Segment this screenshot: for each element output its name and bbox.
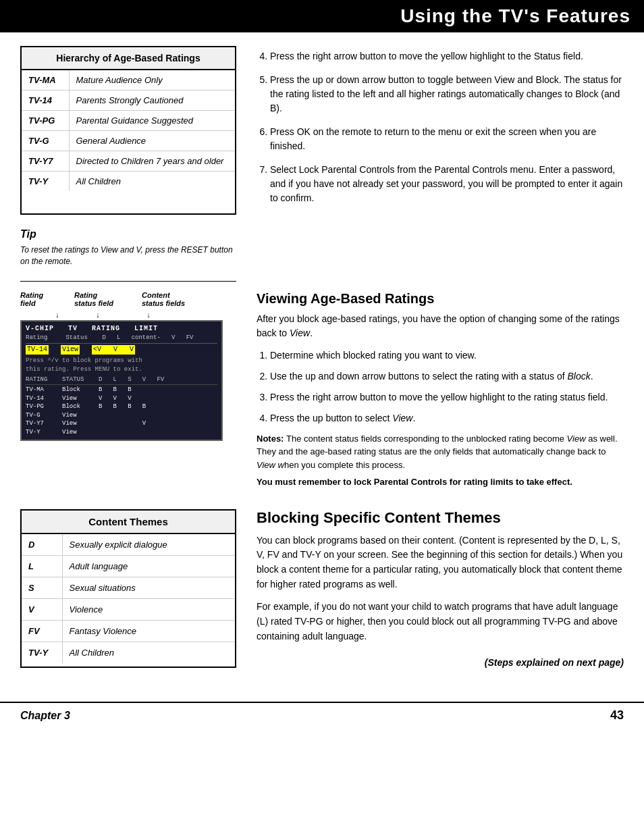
tip-text: To reset the ratings to View and V, pres… (20, 244, 236, 267)
content-table-container: Content Themes DSexually explicit dialog… (20, 509, 236, 669)
top-step-item: Select Lock Parental Controls from the P… (270, 163, 624, 205)
screen-data-tvma: TV-MA Block B B B (26, 386, 217, 394)
notes-content: The content status fields corresponding … (257, 434, 618, 470)
screen-data-tvy7: TV-Y7 View V (26, 419, 217, 428)
screen-data-header: RATING STATUS D L S V FV (26, 375, 217, 385)
ratings-table-row: TV-Y7Directed to Children 7 years and ol… (22, 151, 235, 172)
page-header: Using the TV's Features (0, 0, 644, 32)
content-table: DSexually explicit dialogueLAdult langua… (22, 534, 235, 663)
rating-description: Directed to Children 7 years and older (69, 151, 235, 172)
diagram-label-content-field: Contentstatus fields (142, 291, 236, 307)
top-step-item: Press the up or down arrow button to tog… (270, 73, 624, 115)
viewing-section: Viewing Age-Based Ratings After you bloc… (257, 291, 624, 489)
viewing-intro: After you block age-based ratings, you h… (257, 312, 624, 340)
viewing-step-item: Use the up and down arrow buttons to sel… (270, 369, 624, 384)
rating-description: Parental Guidance Suggested (69, 111, 235, 131)
screen-view-highlight: View (61, 345, 80, 355)
ratings-table-row: TV-14Parents Strongly Cautioned (22, 90, 235, 111)
rating-code: TV-MA (22, 70, 69, 90)
screen-data-tvg: TV-G View (26, 411, 217, 420)
viewing-step-item: Press the right arrow button to move the… (270, 390, 624, 405)
footer-page: 43 (610, 708, 624, 723)
screen-title: V-CHIP TV RATING LIMIT (26, 324, 217, 334)
ratings-table-row: TV-GGeneral Audience (22, 131, 235, 151)
rating-description: All Children (69, 172, 235, 192)
rating-code: TV-PG (22, 111, 69, 131)
content-code: D (22, 534, 62, 556)
notes-label: Notes: (257, 434, 286, 444)
content-code: S (22, 577, 62, 598)
top-step-item: Press OK on the remote to return to the … (270, 125, 624, 153)
ratings-table-container: Hierarchy of Age-Based Ratings TV-MAMatu… (20, 46, 236, 215)
ratings-table-row: TV-PGParental Guidance Suggested (22, 111, 235, 131)
diagram-label-status-field: Ratingstatus field (74, 291, 142, 307)
blocking-para2: For example, if you do not want your chi… (257, 600, 624, 644)
top-step-item: Press the right arrow button to move the… (270, 49, 624, 63)
screen-tv14-highlight: TV-14 (26, 345, 49, 355)
tip-divider (20, 281, 236, 282)
middle-section: Ratingfield Ratingstatus field Contentst… (20, 291, 624, 489)
rating-code: TV-14 (22, 90, 69, 111)
content-code: V (22, 598, 62, 620)
ratings-table-title: Hierarchy of Age-Based Ratings (22, 47, 235, 70)
content-description: Sexually explicit dialogue (62, 534, 235, 556)
screen-data: RATING STATUS D L S V FV TV-MA Block B B… (26, 375, 217, 436)
content-table-row: DSexually explicit dialogue (22, 534, 235, 556)
content-code: TV-Y (22, 642, 62, 663)
page-title: Using the TV's Features (14, 5, 630, 27)
rating-description: Parents Strongly Cautioned (69, 90, 235, 111)
rating-description: General Audience (69, 131, 235, 151)
tv-diagram: Ratingfield Ratingstatus field Contentst… (20, 291, 236, 441)
viewing-step-item: Press the up button to select View. (270, 411, 624, 425)
notes-text: Notes: The content status fields corresp… (257, 432, 624, 472)
notes-box: Notes: The content status fields corresp… (257, 432, 624, 489)
blocking-section: Blocking Specific Content Themes You can… (257, 509, 624, 669)
tv-screen: V-CHIP TV RATING LIMIT Rating Status D L… (20, 320, 223, 441)
content-description: All Children (62, 642, 235, 663)
arrow1: ↓ (41, 311, 74, 319)
content-table-row: VViolence (22, 598, 235, 620)
content-description: Sexual situations (62, 577, 235, 598)
screen-content-highlight: <V V V (92, 345, 135, 355)
content-description: Fantasy Violence (62, 620, 235, 642)
tip-title: Tip (20, 228, 236, 240)
steps-note: (Steps explained on next page) (257, 657, 624, 668)
ratings-table-row: TV-MAMature Audience Only (22, 70, 235, 90)
page-footer: Chapter 3 43 (0, 702, 644, 728)
content-table-title: Content Themes (22, 511, 235, 534)
screen-subheader: Rating Status D L content- V FV (26, 334, 217, 344)
diagram-labels: Ratingfield Ratingstatus field Contentst… (20, 291, 236, 307)
viewing-step-item: Determine which blocked rating you want … (270, 348, 624, 363)
ratings-table-row: TV-YAll Children (22, 172, 235, 192)
diagram-arrows: ↓ ↓ ↓ (20, 311, 236, 319)
rating-code: TV-Y7 (22, 151, 69, 172)
blocking-para1: You can block programs based on their co… (257, 533, 624, 592)
bottom-section: Content Themes DSexually explicit dialog… (20, 509, 624, 669)
content-table-row: FVFantasy Violence (22, 620, 235, 642)
viewing-title: Viewing Age-Based Ratings (257, 291, 624, 307)
screen-help1: Press ^/v to block programs with (26, 357, 217, 365)
ratings-table: TV-MAMature Audience OnlyTV-14Parents St… (22, 70, 235, 191)
rating-code: TV-G (22, 131, 69, 151)
screen-data-tvpg: TV-PG Block B B B B (26, 402, 217, 411)
top-numbered-list: Press the right arrow button to move the… (257, 46, 624, 215)
tip-section: Tip To reset the ratings to View and V, … (20, 228, 236, 267)
content-table-row: TV-YAll Children (22, 642, 235, 663)
blocking-title: Blocking Specific Content Themes (257, 509, 624, 527)
screen-selected-row: TV-14 View <V V V (26, 345, 217, 355)
notes-warning: You must remember to lock Parental Contr… (257, 475, 624, 489)
screen-help2: this rating. Press MENU to exit. (26, 365, 217, 374)
footer-chapter: Chapter 3 (20, 710, 70, 722)
content-table-row: LAdult language (22, 555, 235, 577)
screen-data-tvy: TV-Y View (26, 428, 217, 437)
content-code: L (22, 555, 62, 577)
content-code: FV (22, 620, 62, 642)
screen-data-tv14: TV-14 View V V V (26, 394, 217, 403)
content-table-row: SSexual situations (22, 577, 235, 598)
content-description: Violence (62, 598, 235, 620)
top-section: Hierarchy of Age-Based Ratings TV-MAMatu… (20, 46, 624, 215)
viewing-steps: Determine which blocked rating you want … (270, 348, 624, 425)
rating-description: Mature Audience Only (69, 70, 235, 90)
diagram-label-rating-field: Ratingfield (20, 291, 74, 307)
content-description: Adult language (62, 555, 235, 577)
